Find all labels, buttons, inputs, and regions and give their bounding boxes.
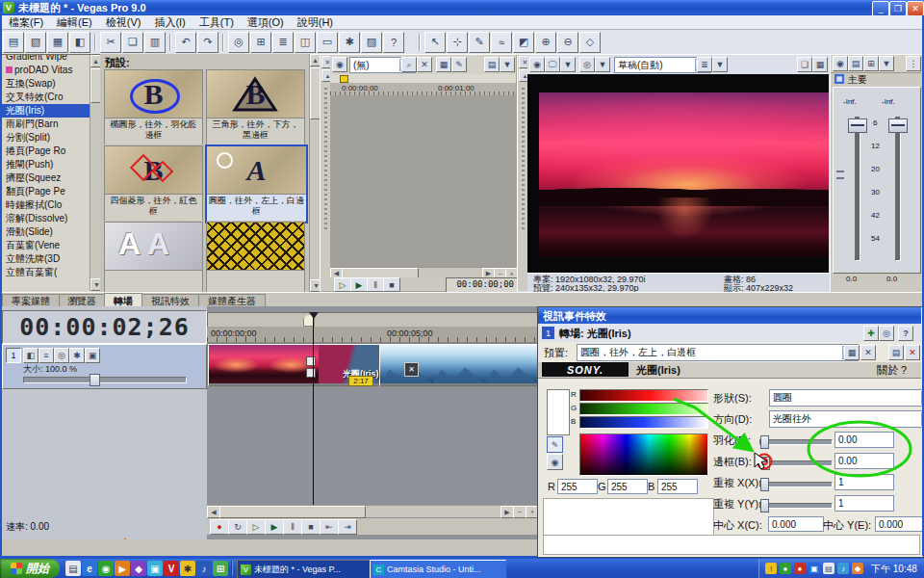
taskbar-task-camtasia[interactable]: C Camtasia Studio - Unti... xyxy=(370,560,506,578)
repeat-y-slider-handle[interactable] xyxy=(760,499,769,512)
loop-playback-icon[interactable]: ↻ xyxy=(228,519,247,535)
pin-icon[interactable]: ◉ xyxy=(332,57,347,72)
chevron-down-icon[interactable]: ▼ xyxy=(879,56,894,71)
center-y-value-field[interactable]: 0.000 xyxy=(875,516,924,532)
explorer-toggle-icon[interactable]: ▨ xyxy=(361,32,382,53)
copy-snapshot-icon[interactable]: ❏ xyxy=(797,57,812,72)
scrollbar-thumb[interactable] xyxy=(219,506,366,518)
fader-handle-right[interactable] xyxy=(888,118,908,133)
quicklaunch-icon-media[interactable]: ▶ xyxy=(115,561,130,576)
mute-icon[interactable]: ◎ xyxy=(54,348,69,363)
help-icon[interactable]: ? xyxy=(898,326,913,341)
quicklaunch-icon-msn[interactable]: ◉ xyxy=(98,561,114,576)
border-slider-handle[interactable] xyxy=(761,457,770,470)
transition-item[interactable]: 擠壓(Squeez xyxy=(2,171,90,185)
transition-item[interactable]: Gradient Wipe xyxy=(2,54,90,64)
tray-icon-antivirus[interactable]: ● xyxy=(780,563,791,574)
overlay-icon[interactable]: ◎ xyxy=(579,57,595,72)
quicklaunch-icon-tools[interactable]: ✱ xyxy=(180,561,195,576)
play-from-start-icon[interactable]: ▷ xyxy=(246,519,266,535)
track-motion-icon[interactable]: ◧ xyxy=(23,348,38,363)
layout-icon[interactable]: ▤ xyxy=(484,57,500,72)
new-bus-icon[interactable]: ▤ xyxy=(848,56,863,71)
tray-icon-display[interactable]: ▣ xyxy=(808,563,820,574)
ch2-db-value[interactable]: -Inf. xyxy=(882,97,895,106)
event-pan-badge[interactable] xyxy=(306,368,316,378)
auto-ripple-icon[interactable]: ≣ xyxy=(272,32,294,53)
stop-icon[interactable]: ■ xyxy=(383,277,400,292)
repeat-x-slider[interactable] xyxy=(759,482,833,487)
preset-card[interactable]: B 橢圓形，往外，羽化藍邊框 xyxy=(104,69,203,144)
clock[interactable]: 下午 10:48 xyxy=(871,563,917,576)
envelope-edit-tool-icon[interactable]: ⊹ xyxy=(447,32,468,53)
snapping-icon[interactable]: ◎ xyxy=(228,32,249,53)
pin-icon[interactable]: ◉ xyxy=(833,56,848,71)
event-grouping-icon[interactable]: ▭ xyxy=(317,32,338,53)
preset-combo[interactable]: 圓圈，往外，左上，白邊框▼ xyxy=(577,344,859,361)
border-value-field[interactable]: 0.00 xyxy=(834,453,894,469)
green-gradient-slider[interactable] xyxy=(579,403,708,415)
b-value-field[interactable]: 255 xyxy=(657,479,698,494)
eyedropper-icon[interactable]: ✎ xyxy=(547,436,563,453)
fader-track-left[interactable] xyxy=(855,117,860,261)
scroll-left-icon[interactable]: ◀ xyxy=(207,506,220,518)
quicklaunch-icon-music[interactable]: ♪ xyxy=(196,561,212,576)
play-icon[interactable]: ▶ xyxy=(265,519,284,535)
playhead-cursor[interactable] xyxy=(313,312,314,530)
float-window-icon[interactable]: ▤ xyxy=(888,345,904,360)
more-icon[interactable]: ▼ xyxy=(500,57,515,72)
whats-this-icon[interactable]: ? xyxy=(383,32,404,53)
transition-item[interactable]: 互換(Swap) xyxy=(2,77,90,91)
magnifier-icon[interactable]: ⌕ xyxy=(401,57,417,72)
cut-icon[interactable]: ✂ xyxy=(100,32,121,53)
start-button[interactable]: 開始 xyxy=(0,559,60,578)
keyframe-area[interactable] xyxy=(543,498,714,537)
normal-edit-tool-icon[interactable]: ↖ xyxy=(424,32,446,53)
minimize-button[interactable]: _ xyxy=(872,1,889,16)
selection-edit-tool-icon[interactable]: ✎ xyxy=(469,32,490,53)
zoom-edit-tool-icon[interactable]: ≈ xyxy=(491,32,512,53)
record-icon[interactable]: ● xyxy=(210,519,229,535)
save-snapshot-icon[interactable]: ▦ xyxy=(812,57,828,72)
track-size-slider-handle[interactable] xyxy=(90,374,100,386)
save-markers-icon[interactable]: ▦ xyxy=(436,57,451,72)
go-to-start-icon[interactable]: ⇤ xyxy=(320,519,339,535)
close-button[interactable]: ✕ xyxy=(907,1,924,16)
keyframe-timeline-strip[interactable] xyxy=(543,535,920,555)
undo-icon[interactable]: ↶ xyxy=(175,32,196,53)
color-swatch[interactable] xyxy=(547,389,570,435)
quicklaunch-icon-mail[interactable]: ◆ xyxy=(131,561,146,576)
scroll-right-icon[interactable]: ▶ xyxy=(500,506,514,518)
crossfade-icon[interactable]: ✕ xyxy=(404,362,419,377)
new-project-icon[interactable]: ▤ xyxy=(3,32,24,53)
external-monitor-icon[interactable]: 🖵 xyxy=(545,57,560,72)
preset-card-selected[interactable]: A 圓圈，往外，左上，白邊框 xyxy=(205,144,308,223)
edit-icon[interactable]: ✎ xyxy=(451,57,467,72)
split-tool-icon[interactable]: ◩ xyxy=(513,32,534,53)
transition-item[interactable]: 分割(Split) xyxy=(2,131,90,144)
stop-icon[interactable]: ■ xyxy=(301,519,321,535)
paste-icon[interactable]: ▥ xyxy=(144,32,166,53)
red-gradient-slider[interactable] xyxy=(579,389,708,402)
properties-icon[interactable]: ◧ xyxy=(69,32,90,53)
playhead-head[interactable] xyxy=(309,312,319,319)
play-from-start-icon[interactable]: ▷ xyxy=(334,277,351,292)
auto-crossfade-icon[interactable]: ⊞ xyxy=(250,32,271,53)
event-fx-badge[interactable] xyxy=(306,356,316,366)
border-slider[interactable] xyxy=(759,460,833,466)
direction-combo[interactable]: 光圈往外▼ xyxy=(769,410,924,428)
restore-button[interactable]: ❐ xyxy=(889,1,907,16)
timeline-ruler[interactable]: 00:00:00;00 00:00:05;00 xyxy=(207,327,537,343)
add-fx-icon[interactable]: ⊞ xyxy=(863,56,879,71)
transition-item[interactable]: 百葉窗(Vene xyxy=(2,239,90,252)
transition-item[interactable]: 交叉特效(Cro xyxy=(2,91,90,104)
dock-grip[interactable] xyxy=(324,88,327,232)
zoom-in-icon[interactable]: ⊕ xyxy=(535,32,556,53)
ch1-db-value[interactable]: -Inf. xyxy=(843,97,857,106)
chevron-down-icon[interactable]: ▼ xyxy=(595,57,610,72)
quicklaunch-icon-vegas[interactable]: V xyxy=(164,561,179,576)
transition-item[interactable]: 溶解(Dissolve) xyxy=(2,212,90,225)
zoom-out-icon[interactable]: ⊖ xyxy=(557,32,578,53)
video-event-mountains[interactable] xyxy=(379,344,539,386)
transition-item[interactable]: proDAD Vitas xyxy=(2,64,90,77)
